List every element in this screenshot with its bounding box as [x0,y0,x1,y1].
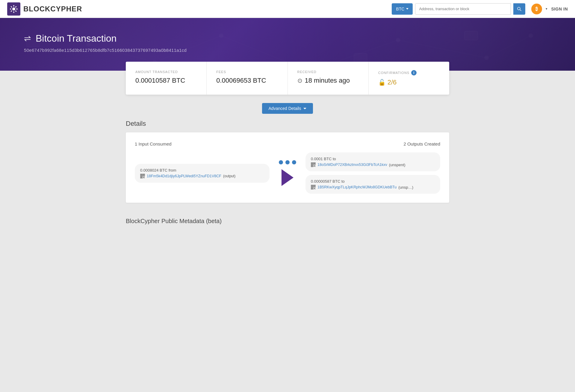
navbar-right: ₿ ▾ SIGN IN [531,4,568,14]
svg-rect-38 [144,178,145,178]
page-title: ⇌ Bitcoin Transaction [24,33,551,44]
dot-3 [292,160,296,164]
avatar-dropdown-arrow[interactable]: ▾ [546,7,547,11]
output2-amount: 0.00000587 BTC to [311,179,435,184]
dot-1 [279,160,283,164]
tx-inputs: 0.0008024 BTC from [135,164,270,183]
advanced-details-button[interactable]: Advanced Details [262,103,313,114]
svg-rect-2 [13,11,14,13]
svg-line-18 [88,45,155,62]
tx-arrow-section [270,160,305,186]
svg-rect-33 [141,177,142,178]
confirmations-label: CONFIRMATIONS i [378,70,440,75]
svg-rect-44 [312,166,313,167]
details-card: 1 Input Consumed 2 Outputs Created 0.000… [126,132,449,203]
dots-indicator [279,160,296,164]
stat-fees: FEES 0.00069653 BTC [207,62,288,95]
received-label: RECEIVED [297,70,359,74]
tx-outputs: 0.0001 BTC to [305,152,440,194]
outputs-label: 2 Outputs Created [403,141,440,146]
dot-2 [285,160,290,164]
confirmations-value: 🔓 2/6 [378,78,440,86]
tx-output-box-1: 0.0001 BTC to [305,152,440,171]
metadata-title: BlockCypher Public Metadata (beta) [126,218,449,225]
transaction-flow: 0.0008024 BTC from [135,152,440,194]
svg-rect-47 [314,166,315,166]
arrow-right-icon [282,169,293,186]
tx-output-box-2: 0.00000587 BTC to [305,175,440,194]
output2-tag: (unsp…) [398,185,413,190]
svg-rect-3 [10,8,11,9]
svg-rect-40 [312,163,313,164]
search-icon [517,7,522,11]
advanced-details-wrapper: Advanced Details [126,103,449,114]
output2-addr-row: 1B5RKwXyqpTLqJpKRphcWJMo8GDKUebBTu (unsp… [311,185,435,190]
caret-icon [303,108,306,109]
input-tag: (output) [223,174,235,178]
svg-rect-37 [143,178,143,178]
svg-rect-53 [314,186,315,187]
advanced-details-label: Advanced Details [269,106,301,111]
svg-rect-29 [141,174,142,175]
svg-rect-35 [144,176,145,177]
svg-rect-56 [314,187,314,188]
svg-rect-5 [10,6,12,8]
svg-rect-31 [143,174,144,175]
svg-rect-59 [314,189,314,189]
info-icon[interactable]: i [411,70,417,75]
svg-rect-49 [315,166,315,167]
svg-rect-60 [315,189,315,189]
svg-rect-58 [314,188,315,189]
svg-point-9 [518,7,520,10]
svg-line-10 [520,10,521,11]
logo-link[interactable]: BLOCKCYPHER [7,2,82,16]
lock-icon: 🔓 [378,79,386,86]
input-address-link[interactable]: 18Fm5k4Dd1djiy6JpPLWedi5YZnuFD1V8CF [147,174,221,178]
svg-rect-51 [312,186,313,187]
output1-tag: (unspent) [389,163,405,167]
navbar: BLOCKCYPHER BTC ₿ ▾ SIGN IN [0,0,575,18]
svg-rect-45 [314,165,314,166]
stat-amount: AMOUNT TRANSACTED 0.00010587 BTC [126,62,207,95]
logo-text: BLOCKCYPHER [23,5,82,13]
svg-rect-7 [10,10,12,12]
btc-dropdown-label: BTC [396,7,404,11]
stat-received: RECEIVED ⊙ 18 minutes ago [288,62,369,95]
svg-rect-4 [16,8,18,9]
clock-icon: ⊙ [297,77,302,84]
metadata-section: BlockCypher Public Metadata (beta) [126,218,449,225]
logo-gear-icon [10,5,18,13]
svg-rect-36 [143,177,144,178]
search-input[interactable] [415,3,511,15]
stats-card: AMOUNT TRANSACTED 0.00010587 BTC FEES 0.… [126,62,449,95]
output1-address-link[interactable]: 18oSrMDoP72XBrkztnvx53Gi3FbTcA1kxv [317,163,387,167]
sign-in-button[interactable]: SIGN IN [551,7,568,11]
navbar-search-area: BTC [392,3,525,15]
details-title: Details [126,120,449,128]
logo-text-regular: BLOCK [23,5,50,13]
hero-title-text: Bitcoin Transaction [36,33,116,44]
received-value: ⊙ 18 minutes ago [297,77,359,84]
fees-label: FEES [216,70,278,74]
output1-qr-icon [311,162,316,167]
input-amount: 0.0008024 BTC from [140,168,264,172]
search-button[interactable] [513,3,525,15]
svg-rect-57 [315,187,315,188]
main-content: AMOUNT TRANSACTED 0.00010587 BTC FEES 0.… [108,62,467,225]
svg-rect-8 [15,10,17,12]
logo-icon [7,2,20,16]
logo-text-bold: CYPHER [50,5,82,13]
btc-dropdown-button[interactable]: BTC [392,3,413,15]
output2-address-link[interactable]: 1B5RKwXyqpTLqJpKRphcWJMo8GDKUebBTu [317,185,397,189]
output1-addr-row: 18oSrMDoP72XBrkztnvx53Gi3FbTcA1kxv (unsp… [311,162,435,167]
inputs-label: 1 Input Consumed [135,141,172,146]
output2-qr-icon [311,185,316,190]
svg-rect-46 [315,165,315,166]
svg-rect-26 [354,53,367,62]
details-header: 1 Input Consumed 2 Outputs Created [135,141,440,146]
output1-amount: 0.0001 BTC to [311,157,435,161]
details-section: Details 1 Input Consumed 2 Outputs Creat… [126,120,449,212]
svg-rect-1 [13,5,14,7]
svg-rect-55 [312,188,313,189]
transaction-hash: 50e6747b992fa68e115d3b612765b8dfb7c51660… [24,48,551,53]
